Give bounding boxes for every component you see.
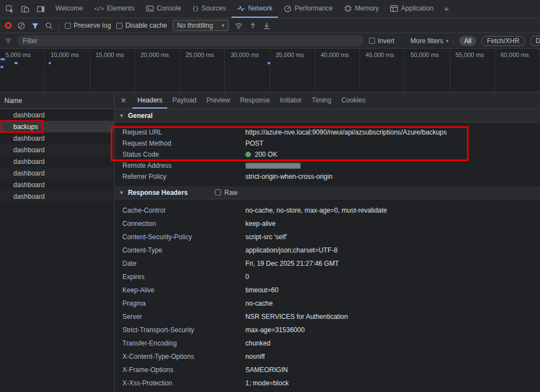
tab-label: Console — [157, 4, 181, 12]
record-button[interactable] — [5, 22, 12, 29]
network-overview-timeline[interactable]: 5,000 ms 10,000 ms 15,000 ms 20,000 ms 2… — [0, 49, 540, 92]
header-row: Connectionkeep-alive — [115, 217, 540, 230]
filter-toggle-icon[interactable] — [31, 22, 39, 30]
status-ok-icon — [245, 152, 251, 157]
header-row: ServerNSR SERVICES for Authentication — [115, 310, 540, 323]
memory-icon — [344, 4, 352, 13]
tab-welcome[interactable]: Welcome — [50, 0, 89, 18]
tab-network[interactable]: Network — [232, 0, 278, 18]
tab-sources[interactable]: {}Sources — [187, 0, 232, 18]
request-row[interactable]: dashboard — [0, 132, 114, 144]
throttling-dropdown[interactable]: No throttling▾ — [173, 20, 229, 31]
more-filters-dropdown[interactable]: More filters▾ — [410, 37, 449, 45]
status-text: 200 OK — [255, 151, 277, 158]
timeline-label: 55,000 ms — [456, 51, 484, 58]
header-value: max-age=31536000 — [245, 326, 305, 334]
tab-application[interactable]: Application — [384, 0, 439, 18]
request-row[interactable]: dashboard — [0, 109, 114, 121]
filter-input[interactable] — [17, 35, 364, 46]
triangle-expanded-icon: ▼ — [119, 190, 124, 195]
tab-label: Application — [401, 4, 434, 12]
tab-cookies[interactable]: Cookies — [336, 92, 370, 109]
tab-performance[interactable]: Performance — [278, 0, 338, 18]
timeline-segment: 40,000 ms — [315, 49, 360, 92]
devtools-window: { "colors": { "accent": "#8ab4f8", "gree… — [0, 0, 540, 392]
response-headers-section-header[interactable]: ▼ Response Headers Raw — [115, 186, 540, 199]
tab-label: Performance — [295, 4, 333, 12]
disable-cache-checkbox[interactable]: Disable cache — [116, 22, 167, 29]
invert-checkbox[interactable]: Invert — [369, 37, 394, 45]
header-value: chunked — [245, 339, 270, 347]
inspect-icon[interactable] — [2, 2, 17, 16]
device-toolbar-icon[interactable] — [17, 2, 33, 16]
header-name: Transfer-Encoding — [115, 339, 245, 347]
tab-headers[interactable]: Headers — [132, 92, 167, 109]
timeline-label: 35,000 ms — [276, 51, 304, 58]
search-icon[interactable] — [45, 22, 53, 30]
request-row[interactable]: dashboard — [0, 179, 114, 190]
request-activity-mark — [14, 62, 18, 64]
elements-icon: </> — [94, 6, 104, 12]
tab-memory[interactable]: Memory — [338, 0, 384, 18]
clear-icon[interactable] — [17, 22, 25, 30]
close-icon[interactable]: ✕ — [115, 92, 132, 109]
timeline-segment: 15,000 ms — [90, 49, 135, 92]
header-value — [245, 163, 301, 169]
tab-elements[interactable]: </>Elements — [89, 0, 140, 18]
header-name: Expires — [115, 273, 245, 281]
filter-funnel-icon — [4, 37, 12, 45]
request-row[interactable]: dashboard — [0, 156, 114, 167]
timeline-segment: 20,000 ms — [135, 49, 180, 92]
header-name: Strict-Transport-Security — [115, 326, 245, 334]
header-name: Date — [115, 260, 245, 267]
header-row: Strict-Transport-Securitymax-age=3153600… — [115, 323, 540, 337]
general-rows: Request URLhttps://azure-nve.local:9090/… — [115, 122, 540, 186]
header-row: X-Content-Type-Optionsnosniff — [115, 350, 540, 363]
request-row[interactable]: dashboard — [0, 167, 114, 179]
header-name: Connection — [115, 220, 245, 228]
details-tab-bar: ✕ Headers Payload Preview Response Initi… — [115, 92, 540, 109]
tab-timing[interactable]: Timing — [307, 92, 337, 109]
dock-side-icon[interactable] — [33, 2, 48, 16]
timeline-label: 25,000 ms — [186, 51, 214, 58]
header-value: 200 OK — [245, 151, 277, 158]
general-section-header[interactable]: ▼ General — [115, 109, 540, 122]
header-row: Cache-Controlno-cache, no-store, max-age… — [115, 204, 540, 217]
tab-response[interactable]: Response — [235, 92, 275, 109]
timeline-label: 60,000 ms — [501, 51, 529, 58]
timeline-segment: 45,000 ms — [360, 49, 405, 92]
tab-label: Welcome — [55, 4, 83, 12]
tab-payload[interactable]: Payload — [167, 92, 201, 109]
header-value: NSR SERVICES for Authentication — [245, 313, 348, 321]
preserve-log-checkbox[interactable]: Preserve log — [65, 22, 111, 29]
header-value: nosniff — [245, 353, 265, 360]
header-value: script-src 'self' — [245, 233, 287, 241]
more-tabs-button[interactable]: + — [439, 0, 454, 18]
header-name: Status Code — [115, 151, 245, 158]
header-value: SAMEORIGIN — [245, 366, 288, 374]
timeline-segment: 30,000 ms — [225, 49, 270, 92]
checkbox-box — [215, 189, 221, 195]
timeline-label: 10,000 ms — [50, 51, 79, 58]
filter-chip-fetch-xhr[interactable]: Fetch/XHR — [481, 36, 525, 46]
import-har-icon[interactable] — [249, 22, 257, 30]
header-name: Pragma — [115, 300, 245, 307]
tab-initiator[interactable]: Initiator — [275, 92, 306, 109]
tab-console[interactable]: Console — [140, 0, 187, 18]
header-name: Server — [115, 313, 245, 321]
request-row[interactable]: dashboard — [0, 190, 114, 202]
header-value: strict-origin-when-cross-origin — [245, 173, 332, 180]
header-name: Content-Type — [115, 246, 245, 254]
request-row-selected[interactable]: backups — [0, 121, 114, 132]
header-name: X-Xss-Protection — [115, 379, 245, 387]
tab-preview[interactable]: Preview — [202, 92, 235, 109]
timeline-segment: 55,000 ms — [450, 49, 495, 92]
request-list-header[interactable]: Name — [0, 92, 114, 109]
raw-checkbox[interactable]: Raw — [215, 189, 238, 197]
network-conditions-icon[interactable] — [234, 22, 243, 30]
timeline-label: 40,000 ms — [321, 51, 349, 58]
export-har-icon[interactable] — [263, 22, 271, 30]
filter-chip-doc[interactable]: Doc — [530, 36, 540, 46]
filter-chip-all[interactable]: All — [459, 36, 476, 46]
request-row[interactable]: dashboard — [0, 144, 114, 156]
